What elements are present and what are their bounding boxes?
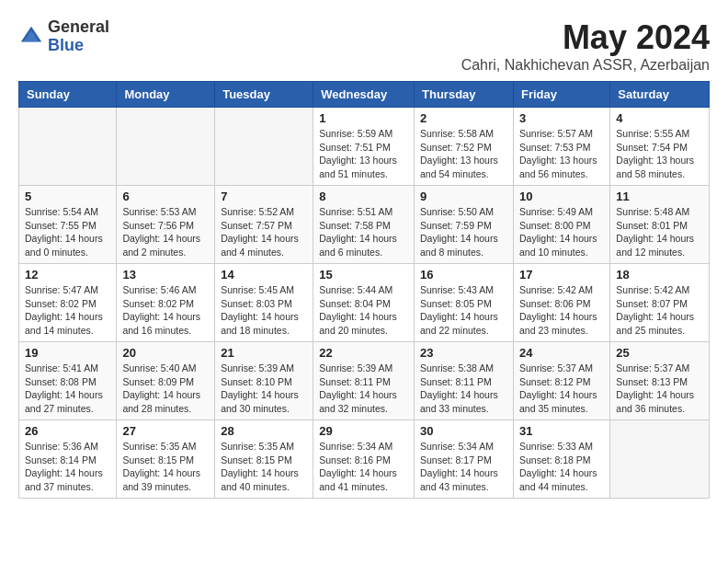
week-row-1: 1Sunrise: 5:59 AMSunset: 7:51 PMDaylight…	[19, 108, 710, 186]
day-number: 25	[616, 346, 703, 360]
day-info: Sunrise: 5:52 AMSunset: 7:57 PMDaylight:…	[221, 205, 307, 259]
calendar-table: SundayMondayTuesdayWednesdayThursdayFrid…	[18, 81, 710, 499]
day-number: 8	[319, 190, 408, 203]
month-title: May 2024	[461, 18, 710, 57]
day-number: 17	[519, 268, 604, 282]
day-number: 29	[319, 424, 408, 438]
day-info: Sunrise: 5:34 AMSunset: 8:17 PMDaylight:…	[420, 440, 507, 494]
day-number: 1	[319, 111, 408, 125]
day-info: Sunrise: 5:46 AMSunset: 8:02 PMDaylight:…	[122, 283, 209, 338]
day-number: 9	[420, 190, 507, 203]
week-row-5: 26Sunrise: 5:36 AMSunset: 8:14 PMDayligh…	[19, 420, 710, 499]
day-number: 11	[616, 190, 703, 203]
day-number: 3	[519, 111, 604, 125]
day-info: Sunrise: 5:51 AMSunset: 7:58 PMDaylight:…	[319, 205, 408, 259]
day-info: Sunrise: 5:42 AMSunset: 8:06 PMDaylight:…	[519, 283, 604, 338]
day-number: 21	[221, 346, 307, 360]
logo-icon	[18, 24, 44, 50]
day-info: Sunrise: 5:42 AMSunset: 8:07 PMDaylight:…	[616, 283, 703, 338]
day-number: 10	[519, 190, 604, 203]
day-number: 27	[122, 424, 209, 438]
day-info: Sunrise: 5:59 AMSunset: 7:51 PMDaylight:…	[319, 127, 408, 181]
calendar-cell: 14Sunrise: 5:45 AMSunset: 8:03 PMDayligh…	[215, 264, 313, 342]
calendar-cell: 20Sunrise: 5:40 AMSunset: 8:09 PMDayligh…	[117, 342, 215, 420]
day-info: Sunrise: 5:45 AMSunset: 8:03 PMDaylight:…	[221, 283, 307, 338]
day-number: 22	[319, 346, 408, 360]
day-number: 5	[25, 190, 110, 203]
calendar-cell	[215, 108, 313, 186]
day-info: Sunrise: 5:39 AMSunset: 8:10 PMDaylight:…	[221, 362, 307, 416]
calendar-cell: 8Sunrise: 5:51 AMSunset: 7:58 PMDaylight…	[313, 186, 415, 264]
calendar-cell: 27Sunrise: 5:35 AMSunset: 8:15 PMDayligh…	[117, 420, 215, 499]
calendar-cell: 24Sunrise: 5:37 AMSunset: 8:12 PMDayligh…	[513, 342, 609, 420]
page-header: General Blue May 2024 Cahri, Nakhichevan…	[18, 18, 710, 74]
calendar-cell: 10Sunrise: 5:49 AMSunset: 8:00 PMDayligh…	[513, 186, 609, 264]
calendar-cell: 7Sunrise: 5:52 AMSunset: 7:57 PMDaylight…	[215, 186, 313, 264]
day-number: 4	[616, 111, 703, 125]
day-number: 7	[221, 190, 307, 203]
calendar-cell: 17Sunrise: 5:42 AMSunset: 8:06 PMDayligh…	[513, 264, 609, 342]
day-info: Sunrise: 5:39 AMSunset: 8:11 PMDaylight:…	[319, 362, 408, 416]
calendar-cell: 11Sunrise: 5:48 AMSunset: 8:01 PMDayligh…	[610, 186, 710, 264]
week-row-4: 19Sunrise: 5:41 AMSunset: 8:08 PMDayligh…	[19, 342, 710, 420]
logo-general-text: General	[48, 18, 109, 37]
day-number: 6	[122, 190, 209, 203]
day-number: 15	[319, 268, 408, 282]
day-info: Sunrise: 5:53 AMSunset: 7:56 PMDaylight:…	[122, 205, 209, 259]
day-info: Sunrise: 5:55 AMSunset: 7:54 PMDaylight:…	[616, 127, 703, 181]
day-info: Sunrise: 5:58 AMSunset: 7:52 PMDaylight:…	[420, 127, 507, 181]
calendar-cell: 4Sunrise: 5:55 AMSunset: 7:54 PMDaylight…	[610, 108, 710, 186]
day-info: Sunrise: 5:40 AMSunset: 8:09 PMDaylight:…	[122, 362, 209, 416]
day-number: 16	[420, 268, 507, 282]
day-info: Sunrise: 5:35 AMSunset: 8:15 PMDaylight:…	[122, 440, 209, 494]
calendar-cell: 19Sunrise: 5:41 AMSunset: 8:08 PMDayligh…	[19, 342, 117, 420]
weekday-header-friday: Friday	[513, 82, 609, 108]
day-info: Sunrise: 5:54 AMSunset: 7:55 PMDaylight:…	[25, 205, 110, 259]
calendar-cell: 25Sunrise: 5:37 AMSunset: 8:13 PMDayligh…	[610, 342, 710, 420]
calendar-cell: 6Sunrise: 5:53 AMSunset: 7:56 PMDaylight…	[117, 186, 215, 264]
logo-text: General Blue	[48, 18, 109, 55]
calendar-cell: 22Sunrise: 5:39 AMSunset: 8:11 PMDayligh…	[313, 342, 415, 420]
weekday-header-thursday: Thursday	[415, 82, 514, 108]
day-number: 20	[122, 346, 209, 360]
calendar-cell: 13Sunrise: 5:46 AMSunset: 8:02 PMDayligh…	[117, 264, 215, 342]
day-info: Sunrise: 5:44 AMSunset: 8:04 PMDaylight:…	[319, 283, 408, 338]
calendar-cell: 3Sunrise: 5:57 AMSunset: 7:53 PMDaylight…	[513, 108, 609, 186]
day-info: Sunrise: 5:43 AMSunset: 8:05 PMDaylight:…	[420, 283, 507, 338]
calendar-cell: 9Sunrise: 5:50 AMSunset: 7:59 PMDaylight…	[415, 186, 514, 264]
calendar-cell: 12Sunrise: 5:47 AMSunset: 8:02 PMDayligh…	[19, 264, 117, 342]
week-row-2: 5Sunrise: 5:54 AMSunset: 7:55 PMDaylight…	[19, 186, 710, 264]
weekday-header-tuesday: Tuesday	[215, 82, 313, 108]
calendar-cell: 29Sunrise: 5:34 AMSunset: 8:16 PMDayligh…	[313, 420, 415, 499]
day-number: 19	[25, 346, 110, 360]
location-text: Cahri, Nakhichevan ASSR, Azerbaijan	[461, 57, 710, 74]
day-number: 12	[25, 268, 110, 282]
day-number: 14	[221, 268, 307, 282]
calendar-cell	[19, 108, 117, 186]
day-info: Sunrise: 5:57 AMSunset: 7:53 PMDaylight:…	[519, 127, 604, 181]
calendar-cell: 15Sunrise: 5:44 AMSunset: 8:04 PMDayligh…	[313, 264, 415, 342]
title-area: May 2024 Cahri, Nakhichevan ASSR, Azerba…	[461, 18, 710, 74]
weekday-header-monday: Monday	[117, 82, 215, 108]
day-info: Sunrise: 5:41 AMSunset: 8:08 PMDaylight:…	[25, 362, 110, 416]
calendar-cell: 28Sunrise: 5:35 AMSunset: 8:15 PMDayligh…	[215, 420, 313, 499]
calendar-cell: 21Sunrise: 5:39 AMSunset: 8:10 PMDayligh…	[215, 342, 313, 420]
calendar-cell: 23Sunrise: 5:38 AMSunset: 8:11 PMDayligh…	[415, 342, 514, 420]
day-number: 30	[420, 424, 507, 438]
day-info: Sunrise: 5:33 AMSunset: 8:18 PMDaylight:…	[519, 440, 604, 494]
day-info: Sunrise: 5:50 AMSunset: 7:59 PMDaylight:…	[420, 205, 507, 259]
calendar-cell: 30Sunrise: 5:34 AMSunset: 8:17 PMDayligh…	[415, 420, 514, 499]
day-number: 24	[519, 346, 604, 360]
weekday-header-sunday: Sunday	[19, 82, 117, 108]
week-row-3: 12Sunrise: 5:47 AMSunset: 8:02 PMDayligh…	[19, 264, 710, 342]
day-number: 28	[221, 424, 307, 438]
weekday-header-saturday: Saturday	[610, 82, 710, 108]
weekday-header-wednesday: Wednesday	[313, 82, 415, 108]
day-info: Sunrise: 5:47 AMSunset: 8:02 PMDaylight:…	[25, 283, 110, 338]
calendar-cell	[610, 420, 710, 499]
logo-blue-text: Blue	[48, 37, 109, 55]
day-number: 18	[616, 268, 703, 282]
day-info: Sunrise: 5:37 AMSunset: 8:13 PMDaylight:…	[616, 362, 703, 416]
calendar-cell: 18Sunrise: 5:42 AMSunset: 8:07 PMDayligh…	[610, 264, 710, 342]
day-number: 13	[122, 268, 209, 282]
